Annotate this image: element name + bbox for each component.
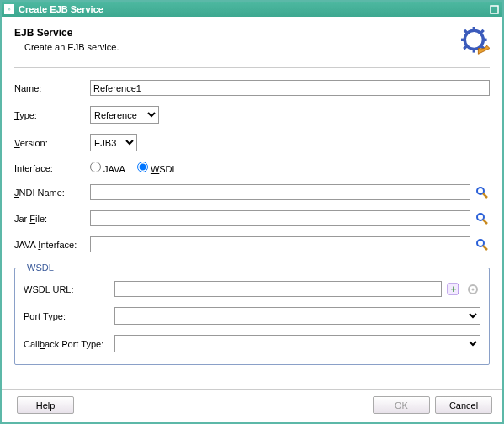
svg-line-13 xyxy=(483,220,487,224)
dialog-body: EJB Service Create an EJB service. Name: xyxy=(2,17,502,389)
jndi-row: JNDI Name: xyxy=(14,184,490,200)
svg-point-10 xyxy=(477,188,484,194)
svg-line-15 xyxy=(483,246,487,250)
window-title: Create EJB Service xyxy=(19,4,488,14)
jar-field[interactable] xyxy=(90,210,470,226)
version-label: Version: xyxy=(14,138,90,148)
interface-label: Interface: xyxy=(14,163,90,173)
wsdl-url-add-icon[interactable]: + xyxy=(446,282,461,297)
type-label: Type: xyxy=(14,110,90,120)
jar-browse-icon[interactable] xyxy=(475,211,490,226)
java-interface-field[interactable] xyxy=(90,236,470,252)
cancel-button[interactable]: Cancel xyxy=(435,396,492,414)
svg-rect-2 xyxy=(473,27,475,31)
java-interface-row: JAVA Interface: xyxy=(14,236,490,252)
java-interface-label: JAVA Interface: xyxy=(14,240,90,250)
java-interface-browse-icon[interactable] xyxy=(475,237,490,252)
dialog-header: EJB Service Create an EJB service. xyxy=(14,27,490,57)
name-label: Name: xyxy=(14,83,90,93)
callback-port-type-select[interactable] xyxy=(114,335,480,352)
jndi-field[interactable] xyxy=(90,184,470,200)
page-title: EJB Service xyxy=(14,27,461,39)
jar-label: Jar File: xyxy=(14,214,90,224)
page-subtitle: Create an EJB service. xyxy=(24,42,461,52)
wizard-gear-icon xyxy=(461,27,490,57)
name-field[interactable] xyxy=(90,80,490,96)
wsdl-group: WSDL WSDL URL: + Port Type: Callback Por… xyxy=(14,262,490,365)
type-select[interactable]: Reference xyxy=(90,106,159,124)
wsdl-radio-label: WSDL xyxy=(151,164,178,174)
header-separator xyxy=(14,67,490,68)
type-row: Type: Reference xyxy=(14,106,490,124)
svg-line-11 xyxy=(483,193,487,198)
svg-point-14 xyxy=(477,240,484,246)
ok-button: OK xyxy=(373,396,430,414)
svg-rect-0 xyxy=(491,6,498,13)
name-row: Name: xyxy=(14,80,490,96)
interface-row: Interface: JAVA WSDL xyxy=(14,162,490,174)
jndi-browse-icon[interactable] xyxy=(475,185,490,200)
wsdl-url-field[interactable] xyxy=(114,281,442,297)
svg-rect-4 xyxy=(461,39,465,41)
wsdl-url-row: WSDL URL: + xyxy=(24,281,480,297)
svg-rect-5 xyxy=(483,39,487,41)
jndi-label: JNDI Name: xyxy=(14,188,90,198)
svg-point-12 xyxy=(477,214,484,220)
java-radio[interactable]: JAVA xyxy=(90,162,125,174)
version-row: Version: EJB3 xyxy=(14,134,490,151)
svg-point-19 xyxy=(472,288,475,290)
wsdl-radio[interactable]: WSDL xyxy=(137,162,178,174)
svg-text:+: + xyxy=(450,284,456,295)
wsdl-url-label: WSDL URL: xyxy=(24,284,114,294)
java-radio-label: JAVA xyxy=(103,164,125,174)
svg-point-1 xyxy=(464,30,483,49)
jar-row: Jar File: xyxy=(14,210,490,226)
maximize-icon[interactable] xyxy=(488,3,500,15)
window-titlebar: ◦ Create EJB Service xyxy=(2,2,502,17)
port-type-row: Port Type: xyxy=(24,307,480,325)
svg-rect-3 xyxy=(473,49,475,53)
port-type-label: Port Type: xyxy=(24,311,114,321)
port-type-select[interactable] xyxy=(114,307,480,325)
wsdl-url-settings-icon[interactable] xyxy=(465,282,480,297)
version-select[interactable]: EJB3 xyxy=(90,134,137,151)
callback-port-type-label: Callback Port Type: xyxy=(24,339,114,349)
wsdl-legend: WSDL xyxy=(24,262,57,273)
callback-port-type-row: Callback Port Type: xyxy=(24,335,480,352)
dialog-footer: Help OK Cancel xyxy=(2,389,502,422)
system-menu-icon[interactable]: ◦ xyxy=(4,4,14,14)
help-button[interactable]: Help xyxy=(17,396,74,414)
